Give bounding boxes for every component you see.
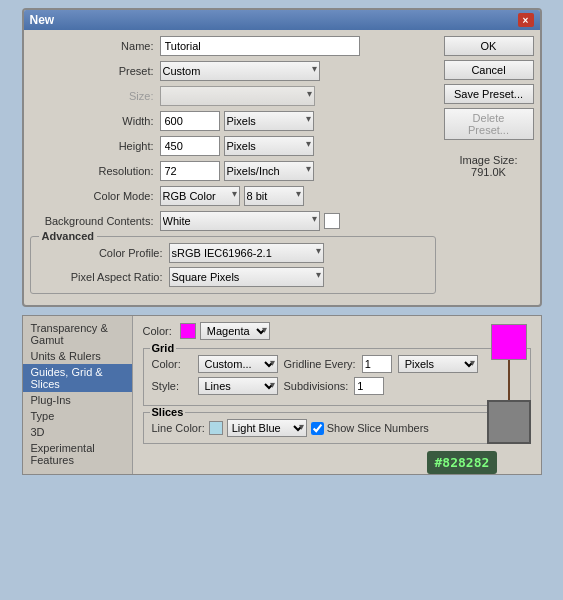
sidebar-item-experimental[interactable]: Experimental Features xyxy=(23,440,132,468)
grid-subdivisions-input[interactable] xyxy=(354,377,384,395)
slices-group-label: Slices xyxy=(150,406,186,418)
bg-contents-row: Background Contents: White xyxy=(30,211,436,231)
height-label: Height: xyxy=(30,140,160,152)
sidebar-item-guides[interactable]: Guides, Grid & Slices xyxy=(23,364,132,392)
slices-line-color-select[interactable]: Light Blue xyxy=(227,419,307,437)
pixel-aspect-select[interactable]: Square Pixels xyxy=(169,267,324,287)
slices-line-color-label: Line Color: xyxy=(152,422,205,434)
sidebar-item-transparency[interactable]: Transparency & Gamut xyxy=(23,320,132,348)
color-profile-row: Color Profile: sRGB IEC61966-2.1 xyxy=(39,243,427,263)
resolution-label: Resolution: xyxy=(30,165,160,177)
slices-row: Line Color: Light Blue Show Slice Number… xyxy=(152,419,522,437)
prefs-panel: Transparency & Gamut Units & Rulers Guid… xyxy=(22,315,542,475)
bit-depth-select[interactable]: 8 bit xyxy=(244,186,304,206)
width-row: Width: Pixels xyxy=(30,111,436,131)
guides-color-select[interactable]: Magenta xyxy=(200,322,270,340)
save-preset-button[interactable]: Save Preset... xyxy=(444,84,534,104)
name-input[interactable] xyxy=(160,36,360,56)
gray-swatch xyxy=(487,400,531,444)
width-label: Width: xyxy=(30,115,160,127)
show-slice-numbers-label: Show Slice Numbers xyxy=(311,422,429,435)
name-row: Name: xyxy=(30,36,436,56)
magenta-preview-swatch xyxy=(491,324,527,360)
dialog-title: New xyxy=(30,13,55,27)
advanced-label: Advanced xyxy=(39,230,98,242)
gridline-every-label: Gridline Every: xyxy=(284,358,356,370)
guides-color-label: Color: xyxy=(143,325,172,337)
advanced-group: Advanced Color Profile: sRGB IEC61966-2.… xyxy=(30,236,436,294)
width-input[interactable] xyxy=(160,111,220,131)
gridline-unit-select[interactable]: Pixels xyxy=(398,355,478,373)
grid-style-row: Style: Lines Subdivisions: xyxy=(152,377,522,395)
size-select[interactable] xyxy=(160,86,315,106)
image-size-info: Image Size: 791.0K xyxy=(444,154,534,178)
white-swatch xyxy=(324,213,340,229)
grid-color-row: Color: Custom... Gridline Every: Pixels xyxy=(152,355,522,373)
close-button[interactable]: × xyxy=(518,13,534,27)
sidebar-item-3d[interactable]: 3D xyxy=(23,424,132,440)
color-profile-select[interactable]: sRGB IEC61966-2.1 xyxy=(169,243,324,263)
height-unit-select[interactable]: Pixels xyxy=(224,136,314,156)
image-size-label: Image Size: xyxy=(444,154,534,166)
pixel-aspect-label: Pixel Aspect Ratio: xyxy=(39,271,169,283)
grid-subdivisions-label: Subdivisions: xyxy=(284,380,349,392)
cancel-button[interactable]: Cancel xyxy=(444,60,534,80)
bg-contents-label: Background Contents: xyxy=(30,215,160,227)
grid-group: Grid Color: Custom... Gridline Every: Pi… xyxy=(143,348,531,406)
new-dialog: New × Name: Preset: Custom Size: xyxy=(22,8,542,307)
height-row: Height: Pixels xyxy=(30,136,436,156)
grid-style-label: Style: xyxy=(152,380,192,392)
name-label: Name: xyxy=(30,40,160,52)
grid-style-select[interactable]: Lines xyxy=(198,377,278,395)
hex-badge: #828282 xyxy=(427,451,498,474)
preset-select[interactable]: Custom xyxy=(160,61,320,81)
color-mode-select[interactable]: RGB Color xyxy=(160,186,240,206)
resolution-unit-select[interactable]: Pixels/Inch xyxy=(224,161,314,181)
preset-row: Preset: Custom xyxy=(30,61,436,81)
resolution-row: Resolution: Pixels/Inch xyxy=(30,161,436,181)
size-label: Size: xyxy=(30,90,160,102)
resolution-input[interactable] xyxy=(160,161,220,181)
delete-preset-button: Delete Preset... xyxy=(444,108,534,140)
gridline-every-input[interactable] xyxy=(362,355,392,373)
slices-group: Slices Line Color: Light Blue Show Slice… xyxy=(143,412,531,444)
dialog-title-bar: New × xyxy=(24,10,540,30)
height-input[interactable] xyxy=(160,136,220,156)
show-slice-numbers-checkbox[interactable] xyxy=(311,422,324,435)
connector-vertical xyxy=(508,360,510,400)
color-preview-area: #828282 xyxy=(487,324,531,444)
bg-contents-select[interactable]: White xyxy=(160,211,320,231)
sidebar-item-units[interactable]: Units & Rulers xyxy=(23,348,132,364)
prefs-sidebar: Transparency & Gamut Units & Rulers Guid… xyxy=(23,316,133,474)
magenta-swatch xyxy=(180,323,196,339)
pixel-aspect-row: Pixel Aspect Ratio: Square Pixels xyxy=(39,267,427,287)
grid-color-select[interactable]: Custom... xyxy=(198,355,278,373)
guides-color-row: Color: Magenta xyxy=(143,322,531,340)
sidebar-item-type[interactable]: Type xyxy=(23,408,132,424)
color-mode-label: Color Mode: xyxy=(30,190,160,202)
color-profile-label: Color Profile: xyxy=(39,247,169,259)
image-size-value: 791.0K xyxy=(444,166,534,178)
dialog-buttons: OK Cancel Save Preset... Delete Preset..… xyxy=(444,36,534,299)
dialog-form: Name: Preset: Custom Size: xyxy=(30,36,436,299)
width-unit-select[interactable]: Pixels xyxy=(224,111,314,131)
grid-color-label: Color: xyxy=(152,358,192,370)
ok-button[interactable]: OK xyxy=(444,36,534,56)
size-row: Size: xyxy=(30,86,436,106)
color-mode-row: Color Mode: RGB Color 8 bit xyxy=(30,186,436,206)
sidebar-item-plugins[interactable]: Plug-Ins xyxy=(23,392,132,408)
gray-swatch-area: #828282 xyxy=(487,400,531,444)
preset-label: Preset: xyxy=(30,65,160,77)
grid-group-label: Grid xyxy=(150,342,177,354)
lightblue-swatch xyxy=(209,421,223,435)
